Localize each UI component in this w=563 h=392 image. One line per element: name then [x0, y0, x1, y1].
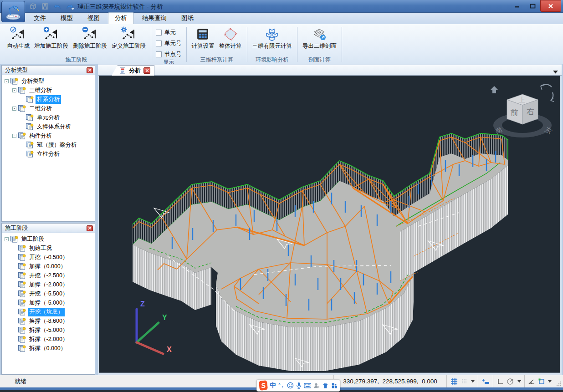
- ime-punctuation-icon[interactable]: °，: [278, 382, 284, 389]
- tree-item-excavate-2500[interactable]: 开挖（-2.500）: [2, 271, 95, 280]
- tree-item-remove-brace-5000[interactable]: 拆撑（-5.000）: [2, 326, 95, 335]
- angle-icon[interactable]: [528, 378, 535, 385]
- tree-item-swap-brace-8600[interactable]: 换撑（-8.600）: [2, 316, 95, 326]
- doc-icon: [26, 151, 34, 158]
- group-construction-stage: 自动生成 增加施工阶段 删除施工阶段: [2, 25, 151, 64]
- grid-toggle-group: [446, 375, 478, 388]
- tree-item-crown-beam-analysis[interactable]: 冠（腰）梁分析: [2, 140, 95, 149]
- viewport-3d[interactable]: 南 东 前 右 上 Z Y X: [99, 76, 560, 373]
- keyboard-icon[interactable]: [304, 382, 312, 389]
- tree-item-analysis-root[interactable]: -分析类型: [2, 76, 95, 86]
- grid-dots-icon[interactable]: [461, 378, 468, 385]
- tab-model[interactable]: 模型: [54, 13, 79, 24]
- home-icon[interactable]: [491, 86, 498, 93]
- doc-icon: [10, 78, 18, 85]
- tree-expander[interactable]: -: [12, 134, 16, 138]
- polar-tracking-icon[interactable]: [507, 378, 515, 385]
- tree-expander[interactable]: -: [5, 237, 9, 241]
- snap-button[interactable]: [478, 375, 493, 388]
- app-logo-button[interactable]: [1, 1, 25, 22]
- define-stage-button[interactable]: 定义施工阶段: [109, 26, 148, 51]
- grid-on-icon[interactable]: [450, 377, 458, 386]
- tree-item-element-analysis[interactable]: 单元分析: [2, 113, 95, 122]
- maximize-button[interactable]: [525, 0, 540, 12]
- resize-grip[interactable]: [556, 381, 562, 387]
- tab-list-dropdown-icon[interactable]: [553, 68, 558, 75]
- fem-3d-button[interactable]: 三维有限元计算: [250, 26, 295, 51]
- tab-view[interactable]: 视图: [81, 13, 106, 24]
- tree-item-brace-2000[interactable]: 加撑（-2.000）: [2, 280, 95, 289]
- account-icon[interactable]: [313, 382, 320, 389]
- delete-stage-button[interactable]: 删除施工阶段: [71, 26, 109, 51]
- doc-icon: [18, 290, 26, 297]
- analysis-panel-close-icon[interactable]: [87, 67, 93, 73]
- tree-item-initial-state[interactable]: 初始工况: [2, 244, 95, 253]
- tab-analysis[interactable]: 分析: [108, 12, 134, 24]
- add-stage-icon: [45, 28, 58, 41]
- tree-expander[interactable]: -: [12, 88, 16, 92]
- tree-item-3d-analysis[interactable]: -三维分析: [2, 86, 95, 95]
- tree-item-frame-analysis[interactable]: 杆系分析: [2, 95, 95, 104]
- stage-panel-header: 施工阶段: [2, 224, 95, 233]
- close-button[interactable]: [540, 0, 561, 12]
- sogou-logo-icon[interactable]: S: [259, 380, 268, 391]
- minimize-button[interactable]: [509, 0, 525, 12]
- node-number-checkbox-box[interactable]: [156, 51, 162, 57]
- ortho-dropdown-icon[interactable]: [517, 380, 521, 383]
- ime-mode-chinese[interactable]: 中: [270, 382, 276, 390]
- view-cube[interactable]: 南 东 前 右 上: [488, 79, 557, 148]
- object-snap-icon[interactable]: [538, 378, 545, 385]
- stage-panel-close-icon[interactable]: [87, 225, 93, 231]
- tab-file[interactable]: 文件: [27, 13, 52, 24]
- axis-y-label: Y: [162, 314, 167, 321]
- rotate-arrows-icon[interactable]: [541, 84, 554, 102]
- tree-item-excavate-5500[interactable]: 开挖（-5.500）: [2, 289, 95, 298]
- element-number-checkbox-label: 单元号: [164, 40, 182, 47]
- element-number-checkbox-box[interactable]: [156, 41, 162, 46]
- viewcube-front-label: 前: [511, 108, 518, 117]
- auto-generate-button[interactable]: 自动生成: [5, 26, 32, 51]
- emoji-icon[interactable]: [287, 382, 294, 389]
- add-stage-button[interactable]: 增加施工阶段: [32, 26, 71, 51]
- calc-settings-button[interactable]: 计算设置: [189, 26, 217, 51]
- document-tab-close-icon[interactable]: [143, 67, 150, 74]
- doc-icon: [26, 142, 34, 148]
- tree-expander[interactable]: -: [5, 79, 9, 83]
- tree-item-column-analysis[interactable]: 立柱分析: [2, 149, 95, 158]
- ortho-group: [493, 375, 524, 388]
- doc-icon: [18, 245, 26, 252]
- overall-calc-button[interactable]: 整体计算: [217, 26, 244, 51]
- document-tab-label: 分析: [129, 66, 141, 75]
- tree-item-2d-analysis[interactable]: -二维分析: [2, 104, 95, 113]
- ortho-angle-icon[interactable]: [496, 378, 504, 385]
- tree-item-remove-brace-2000[interactable]: 拆撑（-2.000）: [2, 335, 95, 344]
- checkbox-element-number[interactable]: 单元号: [156, 40, 182, 47]
- tree-item-support-system-analysis[interactable]: 支撑体系分析: [2, 122, 95, 131]
- tree-item-excavate-0500[interactable]: 开挖（-0.500）: [2, 253, 95, 262]
- skin-icon[interactable]: [322, 382, 329, 389]
- tab-drawings[interactable]: 图纸: [175, 13, 200, 24]
- osnap-dropdown-icon[interactable]: [548, 380, 552, 383]
- tab-results[interactable]: 结果查询: [136, 13, 173, 24]
- tree-item-member-analysis[interactable]: -构件分析: [2, 131, 95, 140]
- tree-item-brace-5000[interactable]: 加撑（-5.000）: [2, 298, 95, 307]
- tree-item-stage-root[interactable]: -施工阶段: [2, 234, 95, 244]
- checkbox-element[interactable]: 单元: [156, 29, 182, 36]
- analysis-panel-title: 分析类型: [5, 66, 28, 74]
- tree-item-remove-brace-0000[interactable]: 拆撑（0.000）: [2, 344, 95, 353]
- tree-expander[interactable]: -: [12, 107, 16, 111]
- checkbox-node-number[interactable]: 节点号: [156, 51, 182, 58]
- model-box-icon[interactable]: [28, 2, 37, 11]
- microphone-icon[interactable]: [296, 382, 302, 390]
- qat-dropdown-icon[interactable]: [71, 5, 75, 12]
- tree-item-excavate-bottom[interactable]: 开挖（坑底）: [2, 307, 95, 316]
- toolbox-grid-icon[interactable]: [331, 382, 338, 389]
- save-icon[interactable]: [41, 2, 50, 11]
- tree-item-brace-0000[interactable]: 加撑（0.000）: [2, 262, 95, 271]
- doc-icon: [18, 309, 26, 316]
- export-2d-section-button[interactable]: 导出二维剖面: [300, 26, 339, 51]
- undo-icon[interactable]: [53, 2, 62, 11]
- element-checkbox-box[interactable]: [156, 30, 162, 36]
- grid-dropdown-icon[interactable]: [471, 380, 475, 383]
- document-tab-analysis[interactable]: 分析: [112, 65, 154, 76]
